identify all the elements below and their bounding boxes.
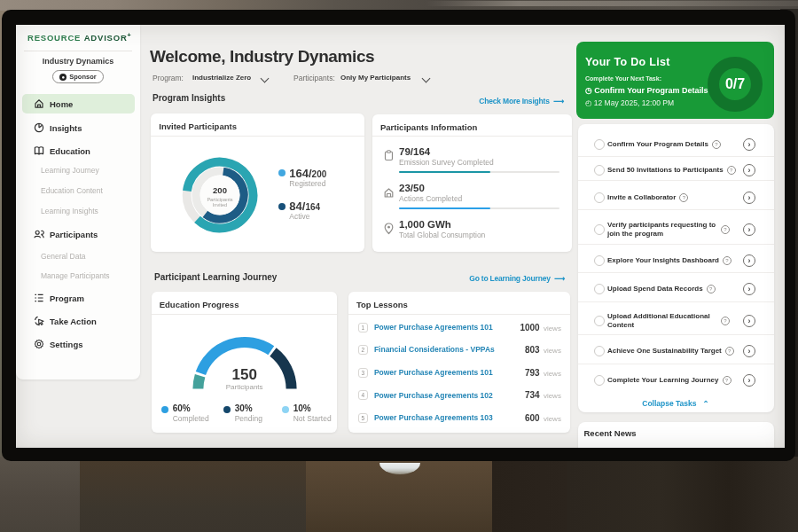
svg-text:Invited: Invited — [213, 202, 227, 207]
svg-text:200: 200 — [213, 185, 227, 195]
svg-text:Participants: Participants — [207, 197, 232, 202]
